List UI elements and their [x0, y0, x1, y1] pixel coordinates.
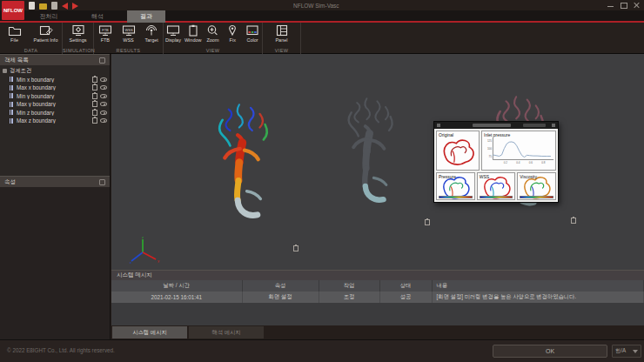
tab-system-messages[interactable]: 시스템 메시지	[112, 326, 187, 339]
svg-text:0.8: 0.8	[541, 161, 546, 164]
visibility-eye-icon[interactable]	[100, 111, 107, 115]
properties-header: 속성	[0, 176, 110, 187]
tree-item-min-z[interactable]: Min z boundary	[0, 109, 110, 117]
vessel-model-result-colored[interactable]	[203, 68, 286, 265]
svg-text:0.2: 0.2	[504, 161, 508, 164]
undo-arrow-icon[interactable]	[62, 3, 68, 10]
viscosity-thumbnail: Viscosity	[517, 172, 556, 200]
tab-results[interactable]: 결과	[127, 10, 165, 23]
preview-menu-icon[interactable]	[437, 124, 440, 127]
svg-text:y: y	[158, 258, 159, 263]
viewport-3d[interactable]: z x y	[111, 54, 644, 270]
boundary-icon	[10, 77, 14, 82]
boundary-icon	[10, 85, 14, 90]
settings-gear-icon	[71, 24, 85, 37]
boundary-icon	[10, 93, 14, 98]
ftb-button[interactable]: FTB FTB	[94, 24, 117, 43]
zoom-button[interactable]: Zoom	[204, 24, 223, 43]
column-category: 속성	[242, 280, 319, 292]
system-message-header: 시스템 메시지	[111, 270, 644, 280]
minimize-icon[interactable]	[607, 2, 614, 9]
tab-analysis[interactable]: 해석	[78, 10, 117, 21]
chevron-down-icon	[633, 350, 638, 353]
object-list-header: 객체 목록	[0, 54, 110, 65]
visibility-eye-icon[interactable]	[100, 85, 107, 90]
tree-item-min-x[interactable]: Min x boundary	[0, 76, 110, 84]
wss-button[interactable]: WSS WSS	[117, 24, 140, 43]
display-button[interactable]: Display	[164, 24, 183, 43]
copy-icon[interactable]	[92, 110, 97, 116]
tree-root-node[interactable]: 경계조건	[0, 67, 110, 76]
message-table-header-row: 날짜 / 시간 속성 작업 상태 내용	[111, 280, 644, 292]
viewport-note-icon[interactable]	[425, 219, 430, 225]
file-button[interactable]: File	[0, 24, 29, 43]
preview-close-icon[interactable]	[552, 124, 555, 127]
svg-text:125: 125	[487, 139, 492, 143]
system-message-title: 시스템 메시지	[117, 272, 152, 279]
target-button[interactable]: Target	[140, 24, 163, 43]
location-pin-icon	[225, 24, 239, 37]
copy-icon[interactable]	[92, 77, 97, 83]
svg-text:z: z	[142, 235, 144, 239]
tab-analysis-messages[interactable]: 해석 메시지	[189, 326, 264, 339]
tab-preprocess[interactable]: 전처리	[30, 10, 68, 21]
title-bar: NFLOW Sim-Vasc	[0, 0, 644, 10]
visibility-eye-icon[interactable]	[100, 77, 107, 82]
settings-button[interactable]: Settings	[64, 24, 93, 43]
svg-text:0.4: 0.4	[516, 161, 520, 164]
inlet-pressure-panel: Inlet pressure 751001250.20.40.60.8	[481, 131, 556, 171]
panel-options-icon[interactable]	[99, 57, 105, 64]
copy-icon[interactable]	[92, 101, 97, 107]
sidebar: 객체 목록 경계조건 Min x boundary Max x boundary…	[0, 54, 111, 339]
visibility-eye-icon[interactable]	[100, 118, 107, 123]
ok-button[interactable]: OK	[493, 345, 607, 358]
new-document-icon[interactable]	[29, 2, 35, 10]
viewport-note-icon[interactable]	[293, 245, 299, 251]
preview-toolbar-segment[interactable]	[473, 124, 511, 127]
panel-button[interactable]: Panel	[267, 24, 297, 43]
tree-item-min-y[interactable]: Min y boundary	[0, 92, 110, 101]
tree-item-max-z[interactable]: Max z boundary	[0, 117, 110, 125]
clipboard-icon	[186, 24, 200, 37]
properties-title: 속성	[4, 178, 16, 186]
column-datetime: 날짜 / 시간	[111, 280, 242, 292]
panel-options-icon[interactable]	[99, 179, 105, 185]
fix-button[interactable]: Fix	[223, 24, 242, 43]
maximize-icon[interactable]	[620, 2, 627, 9]
save-document-icon[interactable]	[51, 2, 57, 10]
result-preview-window[interactable]: Original Inlet pressure 751001250.20.40.…	[433, 121, 559, 203]
redo-arrow-icon[interactable]	[72, 3, 78, 10]
boundary-icon	[10, 118, 14, 124]
copyright-text: © 2022 E8IGHT Co., Ltd. All rights reser…	[7, 347, 115, 353]
svg-text:100: 100	[487, 147, 492, 151]
color-button[interactable]: Color	[243, 24, 262, 43]
preview-toolbar-segment[interactable]	[523, 124, 546, 127]
status-bar: © 2022 E8IGHT Co., Ltd. All rights reser…	[0, 339, 644, 362]
close-icon[interactable]	[633, 2, 641, 9]
nflow-logo: NFLOW	[2, 1, 24, 20]
pressure-thumbnail: Pressure	[436, 172, 475, 200]
language-dropdown[interactable]: 한/A	[612, 345, 641, 358]
tree-item-max-x[interactable]: Max x boundary	[0, 84, 110, 92]
patient-info-button[interactable]: Patient Info	[30, 24, 62, 43]
copy-icon[interactable]	[92, 93, 97, 99]
window-button[interactable]: Window	[184, 24, 203, 43]
tree-item-max-y[interactable]: Max y boundary	[0, 100, 110, 109]
copy-icon[interactable]	[92, 84, 97, 90]
boundary-icon	[10, 110, 14, 115]
message-row[interactable]: 2021-02-15 16:01:41 화면 설정 조정 성공 [화면 설정] …	[111, 292, 644, 303]
copy-icon[interactable]	[92, 117, 97, 124]
vessel-model-gray[interactable]	[333, 75, 410, 235]
viewport-note-icon[interactable]	[571, 218, 576, 224]
wss-colorbar	[480, 196, 513, 198]
node-icon	[3, 69, 7, 73]
visibility-eye-icon[interactable]	[100, 94, 107, 98]
viscosity-colorbar	[520, 196, 553, 198]
cell-content: [화면 설정] 미러링 변경을 높은 사양으로 변경하였습니다.	[432, 292, 644, 303]
open-folder-icon[interactable]	[39, 3, 47, 10]
ribbon: File Patient Info DATA Settings SIMULATI…	[0, 23, 644, 54]
boundary-icon	[10, 102, 14, 107]
preview-title-bar[interactable]	[434, 122, 558, 129]
wss-monitor-icon: WSS	[122, 24, 136, 37]
visibility-eye-icon[interactable]	[100, 102, 107, 106]
